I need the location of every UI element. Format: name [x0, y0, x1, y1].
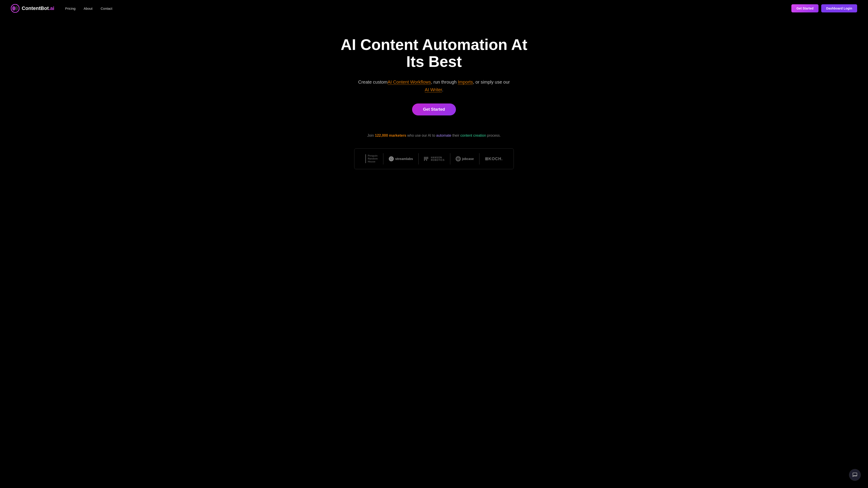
logo-hanson: HANSON ROBOTICS	[424, 156, 445, 161]
sp-mid2: their	[452, 133, 460, 137]
nav-link-contact[interactable]: Contact	[101, 6, 112, 10]
subtitle-link-writer[interactable]: AI Writer	[425, 87, 442, 92]
sp-content-creation: content creation	[460, 133, 486, 137]
logo-streamlabs: streamlabs	[389, 156, 413, 161]
logo-penguin: Penguin Random House	[365, 154, 378, 163]
logo-jobcase: jobcase	[456, 156, 474, 161]
hanson-label1: HANSON	[431, 156, 442, 159]
logo-text: ContentBot.ai	[22, 5, 54, 11]
hanson-bar-4	[428, 157, 428, 159]
sp-automate: automate	[436, 133, 452, 137]
social-proof: Join 122,000 marketers who use our AI to…	[367, 133, 501, 138]
hanson-bar-1	[424, 157, 425, 161]
subtitle-link-imports[interactable]: Imports	[458, 79, 473, 85]
jobcase-icon	[456, 156, 461, 161]
hero-get-started-button[interactable]: Get Started	[412, 103, 456, 116]
penguin-label: Penguin	[368, 154, 377, 157]
sp-mid: who use our AI to	[406, 133, 436, 137]
nav-link-pricing[interactable]: Pricing	[65, 6, 75, 10]
hanson-bar-2	[425, 157, 426, 160]
subtitle-link-workflows[interactable]: AI Content Workflows	[388, 79, 431, 85]
logos-section: Penguin Random House streamlabs HANSON R…	[354, 149, 514, 169]
logo-koch: ⊞KOCH.	[485, 156, 503, 161]
subtitle-text-before: Create custom	[358, 79, 388, 85]
nav-right: Get Started Dashboard Login	[792, 4, 857, 12]
streamlabs-label: streamlabs	[395, 157, 413, 161]
hero-title: AI Content Automation At Its Best	[337, 36, 531, 70]
social-proof-text: Join 122,000 marketers who use our AI to…	[367, 133, 501, 138]
streamlabs-icon	[389, 156, 394, 161]
logo-divider-1	[383, 153, 383, 164]
penguin-label3: House	[368, 160, 375, 163]
hanson-text: HANSON ROBOTICS	[431, 156, 445, 161]
hero-subtitle: Create customAI Content Workflows, run t…	[357, 78, 511, 94]
logo-divider-4	[479, 153, 479, 164]
svg-point-1	[12, 6, 16, 11]
hanson-bar-3	[426, 157, 427, 161]
hanson-icon	[424, 157, 428, 161]
jobcase-label: jobcase	[462, 157, 474, 161]
hanson-label2: ROBOTICS	[431, 159, 445, 161]
nav-left: ContentBot.ai Pricing About Contact	[11, 4, 112, 13]
sp-marketers: 122,000 marketers	[375, 133, 406, 137]
koch-label: ⊞KOCH.	[485, 157, 503, 161]
navbar: ContentBot.ai Pricing About Contact Get …	[0, 0, 868, 17]
hero-section: AI Content Automation At Its Best Create…	[0, 0, 868, 187]
nav-link-about[interactable]: About	[84, 6, 92, 10]
subtitle-text-mid2: , or simply use our	[473, 79, 510, 85]
nav-links: Pricing About Contact	[65, 6, 112, 10]
logo-icon	[11, 4, 20, 13]
sp-end: process.	[486, 133, 501, 137]
logo[interactable]: ContentBot.ai	[11, 4, 54, 13]
logo-accent: .ai	[49, 5, 54, 11]
subtitle-text-mid1: , run through	[431, 79, 456, 85]
chat-icon	[852, 472, 858, 478]
sp-before: Join	[367, 133, 375, 137]
subtitle-text-end: .	[442, 87, 443, 92]
svg-point-2	[15, 6, 18, 11]
nav-dashboard-login-button[interactable]: Dashboard Login	[821, 4, 857, 12]
penguin-label2: Random	[368, 157, 378, 160]
chat-button[interactable]	[849, 469, 861, 481]
nav-get-started-button[interactable]: Get Started	[792, 4, 818, 12]
